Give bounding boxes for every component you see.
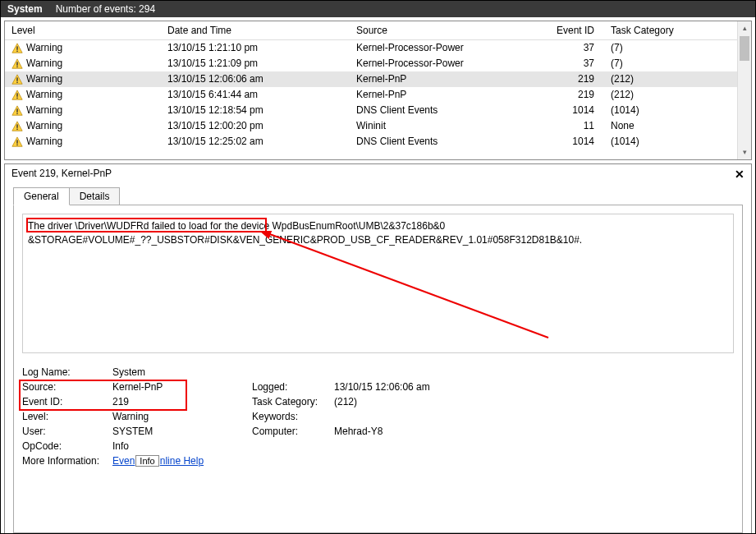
cell-source: Kernel-PnP xyxy=(350,87,538,103)
tab-body: The driver \Driver\WUDFRd failed to load… xyxy=(13,205,743,533)
label-logged: Logged: xyxy=(252,381,334,393)
warning-icon xyxy=(11,105,23,117)
cell-event-id: 1014 xyxy=(538,134,604,150)
annotation-arrow xyxy=(261,231,557,346)
cell-source: Kernel-Processor-Power xyxy=(350,40,538,56)
detail-pane: Event 219, Kernel-PnP ✕ General Details … xyxy=(4,163,752,534)
svg-rect-13 xyxy=(16,144,17,145)
scroll-up-arrow[interactable]: ▴ xyxy=(738,21,751,35)
column-level[interactable]: Level xyxy=(5,21,161,40)
cell-source: Wininit xyxy=(350,118,538,134)
table-row[interactable]: Warning13/10/15 6:41:44 amKernel-PnP219(… xyxy=(5,87,751,103)
pane-title: System xyxy=(7,3,43,15)
warning-icon xyxy=(11,58,23,70)
cell-level: Warning xyxy=(26,42,62,53)
description-box: The driver \Driver\WUDFRd failed to load… xyxy=(22,214,734,353)
cell-event-id: 1014 xyxy=(538,103,604,118)
warning-icon xyxy=(11,74,23,85)
label-user: User: xyxy=(22,426,112,437)
description-text: The driver \Driver\WUDFRd failed to load… xyxy=(28,219,728,247)
cell-level: Warning xyxy=(26,104,62,116)
cell-date: 13/10/15 12:18:54 pm xyxy=(161,103,350,118)
value-logname: System xyxy=(112,366,252,378)
svg-rect-10 xyxy=(16,124,17,127)
svg-rect-3 xyxy=(16,66,17,67)
detail-title: Event 219, Kernel-PnP xyxy=(11,168,112,181)
table-row[interactable]: Warning13/10/15 12:00:20 pmWininit11None xyxy=(5,118,751,134)
cell-task: None xyxy=(604,118,751,134)
svg-rect-11 xyxy=(16,128,17,129)
svg-rect-12 xyxy=(16,140,17,143)
svg-rect-1 xyxy=(16,50,17,51)
help-link-part2[interactable]: nline Help xyxy=(160,455,204,467)
warning-icon xyxy=(11,121,23,132)
cell-source: DNS Client Events xyxy=(350,134,538,150)
value-opcode: Info xyxy=(112,440,252,452)
table-row[interactable]: Warning13/10/15 1:21:09 pmKernel-Process… xyxy=(5,56,751,71)
cell-date: 13/10/15 1:21:10 pm xyxy=(161,40,350,56)
label-task-category: Task Category: xyxy=(252,396,334,407)
value-user: SYSTEM xyxy=(112,426,252,437)
column-event-id[interactable]: Event ID xyxy=(538,21,604,40)
cell-level: Warning xyxy=(26,120,62,131)
table-row[interactable]: Warning13/10/15 12:06:06 amKernel-PnP219… xyxy=(5,71,751,87)
cell-source: Kernel-PnP xyxy=(350,71,538,87)
scroll-down-arrow[interactable]: ▾ xyxy=(738,145,751,159)
label-more-info: More Information: xyxy=(22,455,112,467)
cell-level: Warning xyxy=(26,136,62,147)
table-row[interactable]: Warning13/10/15 12:18:54 pmDNS Client Ev… xyxy=(5,103,751,118)
value-task-category: (212) xyxy=(334,396,357,407)
properties-grid: Log Name: System Source: Kernel-PnP Logg… xyxy=(22,365,734,468)
warning-icon xyxy=(11,136,23,148)
close-icon[interactable]: ✕ xyxy=(735,168,745,181)
cell-level: Warning xyxy=(26,58,62,69)
cell-task: (212) xyxy=(604,71,751,87)
cell-event-id: 37 xyxy=(538,40,604,56)
event-table: Level Date and Time Source Event ID Task… xyxy=(5,21,751,150)
event-count: Number of events: 294 xyxy=(56,3,155,15)
tab-strip: General Details xyxy=(13,187,743,205)
label-computer: Computer: xyxy=(252,426,334,437)
vertical-scrollbar[interactable]: ▴ ▾ xyxy=(737,21,751,159)
svg-line-14 xyxy=(268,233,548,338)
svg-rect-5 xyxy=(16,81,17,82)
cell-date: 13/10/15 12:00:20 pm xyxy=(161,118,350,134)
svg-rect-2 xyxy=(16,62,17,65)
column-task-category[interactable]: Task Category xyxy=(604,21,751,40)
value-computer: Mehrad-Y8 xyxy=(334,426,383,437)
scroll-thumb[interactable] xyxy=(740,36,749,61)
label-source: Source: xyxy=(22,381,112,393)
table-header-row: Level Date and Time Source Event ID Task… xyxy=(5,21,751,40)
column-date[interactable]: Date and Time xyxy=(161,21,350,40)
tab-details[interactable]: Details xyxy=(69,187,121,205)
cell-event-id: 11 xyxy=(538,118,604,134)
cell-task: (1014) xyxy=(604,103,751,118)
svg-rect-7 xyxy=(16,97,17,98)
cell-event-id: 219 xyxy=(538,87,604,103)
label-event-id: Event ID: xyxy=(22,396,112,407)
help-link-part1[interactable]: Even xyxy=(112,455,135,467)
cell-date: 13/10/15 6:41:44 am xyxy=(161,87,350,103)
cell-task: (7) xyxy=(604,56,751,71)
cell-event-id: 37 xyxy=(538,56,604,71)
svg-rect-6 xyxy=(16,93,17,96)
value-source: Kernel-PnP xyxy=(112,381,252,393)
detail-header: Event 219, Kernel-PnP ✕ xyxy=(5,164,751,184)
cell-task: (1014) xyxy=(604,134,751,150)
cell-event-id: 219 xyxy=(538,71,604,87)
table-row[interactable]: Warning13/10/15 12:25:02 amDNS Client Ev… xyxy=(5,134,751,150)
label-level: Level: xyxy=(22,411,112,422)
svg-rect-8 xyxy=(16,108,17,112)
table-row[interactable]: Warning13/10/15 1:21:10 pmKernel-Process… xyxy=(5,40,751,56)
cell-date: 13/10/15 12:06:06 am xyxy=(161,71,350,87)
column-source[interactable]: Source xyxy=(350,21,538,40)
label-logname: Log Name: xyxy=(22,366,112,378)
value-event-id: 219 xyxy=(112,396,252,407)
label-opcode: OpCode: xyxy=(22,440,112,452)
cell-source: DNS Client Events xyxy=(350,103,538,118)
cell-date: 13/10/15 12:25:02 am xyxy=(161,134,350,150)
value-logged: 13/10/15 12:06:06 am xyxy=(334,381,430,393)
svg-rect-0 xyxy=(16,46,17,49)
tab-general[interactable]: General xyxy=(13,187,70,205)
cell-source: Kernel-Processor-Power xyxy=(350,56,538,71)
